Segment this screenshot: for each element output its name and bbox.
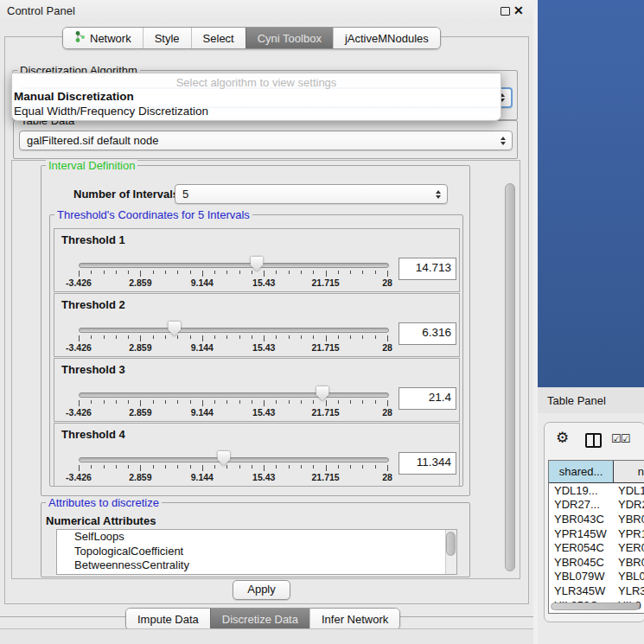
popup-item[interactable]: Equal Width/Frequency Discretization [12, 104, 501, 118]
table-row[interactable]: YBL079WYBL0 [549, 570, 644, 584]
tick-mark [350, 335, 351, 339]
slider-thumb[interactable] [217, 451, 230, 466]
tab-label: jActiveMNodules [345, 32, 429, 45]
gear-icon[interactable]: ⚙ [556, 429, 569, 446]
list-scrollbar-track[interactable] [445, 530, 456, 574]
control-panel-titlebar: Control Panel ✕ [0, 0, 533, 22]
float-window-icon[interactable] [501, 7, 510, 16]
panel-scrollbar-thumb[interactable] [505, 183, 515, 571]
slider-tick-labels: -3.4262.8599.14415.4321.71528 [79, 407, 387, 418]
slider-track[interactable] [79, 263, 389, 268]
tick-mark [202, 400, 203, 406]
tick-mark [338, 465, 339, 469]
slider-track[interactable] [79, 457, 389, 462]
tick-label: -3.426 [66, 472, 92, 482]
cyni-mode-tab-bar: Impute DataDiscretize DataInfer Network [125, 608, 400, 630]
interval-definition-label: Interval Definition [46, 159, 137, 172]
tick-mark [264, 400, 265, 406]
tick-mark [264, 465, 265, 471]
node-attribute-table[interactable]: shared...na YDL19...YDL1YDR27...YDR2YBR0… [548, 460, 644, 614]
table-cell: YER054C [549, 541, 613, 554]
threshold-value-field[interactable]: 21.4 [399, 387, 456, 410]
table-column-header[interactable]: shared... [549, 461, 614, 482]
tick-label: 21.715 [312, 472, 340, 482]
slider-ticks [79, 400, 387, 407]
attribute-list-item[interactable]: TopologicalCoefficient [57, 545, 456, 559]
tab-discretize-data[interactable]: Discretize Data [210, 609, 309, 629]
tick-mark [140, 335, 141, 341]
table-data-select[interactable]: galFiltered.sif default node [19, 131, 513, 150]
tab-label: Style [155, 32, 180, 45]
table-column-header[interactable]: na [614, 461, 644, 482]
table-cell: YBR0 [613, 556, 644, 569]
tick-mark [214, 271, 215, 274]
tick-mark [338, 400, 339, 404]
table-row[interactable]: YDL19...YDL1 [549, 483, 644, 498]
columns-icon[interactable] [585, 433, 602, 448]
threshold-row: Threshold 1-3.4262.8599.14415.4321.71528… [54, 228, 460, 292]
tick-label: 28 [382, 472, 392, 482]
tick-mark [362, 335, 363, 339]
table-row[interactable]: YLR345WYLR3 [549, 583, 644, 598]
tick-mark [362, 465, 363, 469]
tick-label: -3.426 [66, 407, 92, 418]
tick-mark [91, 271, 92, 274]
checkboxes-icon[interactable]: ☑☑ [611, 432, 629, 445]
tab-network[interactable]: Network [63, 28, 143, 48]
tick-mark [362, 400, 363, 404]
tick-mark [140, 271, 141, 277]
close-icon[interactable]: ✕ [513, 3, 524, 17]
slider-track[interactable] [79, 328, 389, 333]
algorithm-dropdown-popup: Select algorithm to view settings Manual… [11, 73, 501, 121]
slider-thumb-shape [316, 386, 329, 401]
table-row[interactable]: YBR043CYBR0 [549, 512, 644, 526]
table-row[interactable]: YER054CYER0 [549, 540, 644, 555]
tick-mark [177, 465, 178, 469]
tick-mark [264, 271, 265, 277]
threshold-value-field[interactable]: 11.344 [399, 452, 456, 475]
table-hscrollbar-thumb[interactable] [551, 603, 640, 610]
tick-mark [301, 400, 302, 404]
tick-mark [165, 335, 166, 339]
table-row[interactable]: YPR145WYPR1 [549, 526, 644, 541]
dropdown-arrows-icon [501, 134, 506, 148]
number-of-intervals-spinner[interactable]: 5 [175, 184, 448, 204]
table-row[interactable]: YBR045CYBR0 [549, 555, 644, 570]
table-cell: YDL19... [549, 484, 613, 497]
tab-select[interactable]: Select [191, 28, 245, 48]
tick-mark [239, 271, 240, 274]
tab-infer-network[interactable]: Infer Network [309, 609, 399, 629]
threshold-value-field[interactable]: 14.713 [399, 258, 456, 280]
tick-label: 15.43 [252, 472, 275, 482]
slider-track[interactable] [79, 392, 389, 398]
table-cell: YER0 [613, 541, 644, 554]
tick-label: 2.859 [129, 407, 151, 418]
tab-jactivemnodules[interactable]: jActiveMNodules [333, 28, 440, 48]
slider-thumb[interactable] [316, 386, 329, 401]
tab-cyni-toolbox[interactable]: Cyni Toolbox [245, 28, 333, 48]
thresholds-group-label: Threshold's Coordinates for 5 Intervals [54, 208, 252, 221]
threshold-value-field[interactable]: 6.316 [399, 322, 456, 345]
tick-mark [104, 335, 105, 339]
slider-thumb[interactable] [251, 257, 264, 271]
numerical-attributes-list[interactable]: SelfLoopsTopologicalCoefficientBetweenne… [56, 529, 457, 575]
tick-mark [190, 400, 191, 404]
tick-mark [301, 271, 302, 274]
apply-button[interactable]: Apply [233, 580, 290, 600]
list-scrollbar-thumb[interactable] [446, 532, 456, 556]
tick-mark [79, 465, 80, 471]
attribute-list-item[interactable]: BetweennessCentrality [57, 558, 456, 573]
network-view-frame[interactable]: GAL80GACGAL11GAL4GCY1HHAP2 [538, 0, 644, 393]
tab-impute-data[interactable]: Impute Data [126, 609, 210, 629]
tick-mark [350, 400, 351, 404]
slider-thumb[interactable] [168, 322, 181, 336]
table-row[interactable]: YDR27...YDR2 [549, 498, 644, 513]
tick-mark [214, 465, 215, 469]
tab-style[interactable]: Style [143, 28, 191, 48]
popup-item[interactable]: Manual Discretization [12, 89, 501, 104]
table-cell: YDR27... [549, 498, 613, 511]
tick-label: 21.715 [312, 277, 340, 288]
attribute-list-item[interactable]: SelfLoops [57, 530, 456, 545]
tick-mark [326, 271, 327, 277]
number-of-intervals-value: 5 [182, 188, 188, 201]
